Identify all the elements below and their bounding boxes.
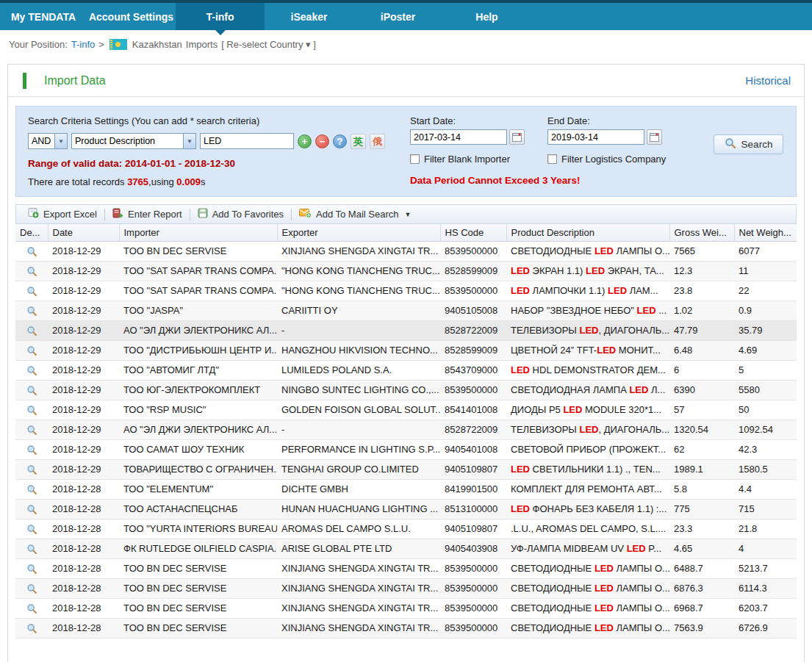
detail-magnifier-icon[interactable] — [26, 602, 37, 613]
table-row[interactable]: 2018-12-29ТОО ЮГ-ЭЛЕКТРОКОМПЛЕКТNINGBO S… — [15, 380, 797, 400]
nav-t-info[interactable]: T-info — [176, 3, 265, 30]
detail-magnifier-icon[interactable] — [26, 542, 37, 553]
table-row[interactable]: 2018-12-28ТОО АСТАНАСПЕЦСНАБHUNAN HUACHU… — [15, 499, 797, 519]
table-row[interactable]: 2018-12-29ТОО "RSP MUSIC"GOLDEN FOISON G… — [15, 400, 797, 420]
cell-date: 2018-12-29 — [48, 400, 119, 420]
table-row[interactable]: 2018-12-29ТОО "ДИСТРИБЬЮШН ЦЕНТР И...HAN… — [15, 340, 797, 360]
detail-magnifier-icon[interactable] — [26, 463, 37, 474]
detail-magnifier-icon[interactable] — [26, 403, 37, 414]
table-row[interactable]: 2018-12-28ТОО "YURTA INTERIORS BUREAU"AR… — [15, 519, 797, 539]
detail-magnifier-icon[interactable] — [26, 245, 37, 256]
detail-magnifier-icon[interactable] — [26, 562, 37, 573]
cell-hs-code: 9405403908 — [440, 539, 506, 558]
cell-importer: TOO "JASPA" — [119, 301, 277, 320]
cell-gross-weight: 47.79 — [669, 320, 734, 340]
detail-magnifier-icon[interactable] — [26, 364, 37, 375]
table-row[interactable]: 2018-12-28ТОО "ELEMENTUM"DICHTE GMBH8419… — [15, 479, 797, 499]
table-row[interactable]: 2018-12-29АО "ЭЛ ДЖИ ЭЛЕКТРОНИКС АЛ...-8… — [15, 320, 797, 340]
mail-add-icon — [299, 208, 312, 220]
nav-iposter[interactable]: iPoster — [353, 3, 442, 30]
cell-net-weight: 35.79 — [734, 320, 797, 340]
col-detail[interactable]: De... — [15, 224, 48, 241]
table-row[interactable]: 2018-12-29TOO BN DEC SERVISEXINJIANG SHE… — [15, 241, 797, 261]
table-row[interactable]: 2018-12-28ФК RUTLEDGE OILFIELD CASPIA...… — [15, 539, 797, 558]
cell-net-weight: 1092.54 — [734, 420, 797, 439]
detail-magnifier-icon[interactable] — [26, 483, 37, 494]
detail-magnifier-icon[interactable] — [26, 384, 37, 395]
cell-gross-weight: 1989.1 — [669, 459, 734, 479]
cell-exporter: HUNAN HUACHUANG LIGHTING ... — [277, 499, 440, 519]
reselect-country-link[interactable]: [ Re-select Country ▾ ] — [221, 39, 316, 50]
table-row[interactable]: 2018-12-29TOO "SAT SAPAR TRANS COMPA..."… — [15, 261, 797, 281]
cell-date: 2018-12-28 — [48, 618, 119, 638]
cell-net-weight: 0.9 — [734, 301, 797, 320]
keyword-input[interactable] — [200, 133, 294, 149]
breadcrumb-country: Kazakhstan — [132, 39, 182, 50]
query-time: 0.009 — [176, 176, 201, 187]
add-to-mail-search-button[interactable]: Add To Mail Search ▼ — [292, 205, 418, 223]
detail-magnifier-icon[interactable] — [26, 304, 37, 315]
enter-report-button[interactable]: Enter Report — [105, 205, 190, 223]
add-to-favorites-button[interactable]: Add To Favorites — [190, 205, 291, 223]
cell-exporter: ARISE GLOBAL PTE LTD — [277, 539, 440, 558]
detail-magnifier-icon[interactable] — [26, 265, 37, 276]
table-row[interactable]: 2018-12-29ТОО "АВТОМИГ ЛТД"LUMILEDS POLA… — [15, 360, 797, 380]
col-exporter[interactable]: Exporter — [277, 224, 440, 241]
detail-magnifier-icon[interactable] — [26, 284, 37, 295]
detail-magnifier-icon[interactable] — [26, 423, 37, 434]
nav-help[interactable]: Help — [442, 3, 531, 30]
table-row[interactable]: 2018-12-29TOO "JASPA"CARIITTI OY94051050… — [15, 301, 797, 320]
cell-importer: TOO "SAT SAPAR TRANS COMPA... — [119, 281, 277, 301]
search-field-select[interactable]: Product Description ▼ — [71, 133, 196, 149]
cell-date: 2018-12-29 — [48, 320, 119, 340]
start-date-calendar-icon[interactable] — [509, 129, 525, 145]
col-product-description[interactable]: Product Description — [506, 224, 669, 241]
filter-blank-importer-checkbox[interactable] — [410, 154, 420, 164]
search-button[interactable]: Search — [714, 134, 784, 154]
table-row[interactable]: 2018-12-29TOO "SAT SAPAR TRANS COMPA..."… — [15, 281, 797, 301]
nav-my-tendata[interactable]: My TENDATA — [0, 3, 87, 30]
russian-lang-button[interactable]: 俄 — [370, 134, 385, 149]
detail-magnifier-icon[interactable] — [26, 443, 37, 454]
export-excel-button[interactable]: Export Excel — [21, 205, 104, 223]
col-date[interactable]: Date — [48, 224, 119, 241]
breadcrumb-tinfo-link[interactable]: T-info — [71, 39, 96, 50]
detail-magnifier-icon[interactable] — [26, 344, 37, 355]
cell-exporter: LUMILEDS POLAND S.A. — [277, 360, 440, 380]
table-row[interactable]: 2018-12-29ТОВАРИЩЕСТВО С ОГРАНИЧЕН...TEN… — [15, 459, 797, 479]
col-net-weight[interactable]: Net Weigh... — [734, 224, 797, 241]
col-hs-code[interactable]: HS Code — [440, 224, 506, 241]
cell-gross-weight: 6488.7 — [669, 558, 734, 578]
start-date-input[interactable] — [410, 129, 507, 145]
end-date-calendar-icon[interactable] — [647, 129, 662, 145]
table-row[interactable]: 2018-12-28TOO BN DEC SERVISEXINJIANG SHE… — [15, 618, 797, 638]
logic-operator-select[interactable]: AND ▼ — [28, 133, 68, 149]
table-row[interactable]: 2018-12-28TOO BN DEC SERVISEXINJIANG SHE… — [15, 558, 797, 578]
remove-criteria-icon[interactable]: − — [315, 134, 329, 148]
nav-iseaker[interactable]: iSeaker — [265, 3, 353, 30]
detail-magnifier-icon[interactable] — [26, 522, 37, 533]
historical-link[interactable]: Historical — [745, 74, 791, 87]
cell-gross-weight: 12.3 — [669, 261, 734, 281]
table-row[interactable]: 2018-12-29АО "ЭЛ ДЖИ ЭЛЕКТРОНИКС АЛ...-8… — [15, 420, 797, 439]
table-row[interactable]: 2018-12-28TOO BN DEC SERVISEXINJIANG SHE… — [15, 598, 797, 618]
cell-description: УФ-ЛАМПА MIDBEAM UV LED P... — [506, 539, 669, 558]
end-date-input[interactable] — [547, 129, 644, 145]
cell-importer: ТОО САМАТ ШОУ ТЕХНИК — [119, 439, 277, 459]
detail-magnifier-icon[interactable] — [26, 582, 37, 593]
detail-magnifier-icon[interactable] — [26, 503, 37, 514]
help-icon[interactable]: ? — [333, 134, 347, 148]
table-row[interactable]: 2018-12-28TOO BN DEC SERVISEXINJIANG SHE… — [15, 578, 797, 598]
col-gross-weight[interactable]: Gross Wei... — [669, 224, 734, 241]
nav-account-settings[interactable]: Account Settings — [87, 3, 176, 30]
cell-net-weight: 50 — [734, 400, 797, 420]
breadcrumb-separator: > — [98, 39, 104, 50]
cell-date: 2018-12-29 — [48, 261, 119, 281]
col-importer[interactable]: Importer — [119, 224, 277, 241]
add-criteria-icon[interactable]: + — [298, 134, 312, 148]
detail-magnifier-icon[interactable] — [26, 622, 37, 633]
detail-magnifier-icon[interactable] — [26, 324, 37, 335]
table-row[interactable]: 2018-12-29ТОО САМАТ ШОУ ТЕХНИКPERFORMANC… — [15, 439, 797, 459]
english-lang-button[interactable]: 英 — [351, 134, 366, 149]
filter-logistics-company-checkbox[interactable] — [547, 154, 557, 164]
